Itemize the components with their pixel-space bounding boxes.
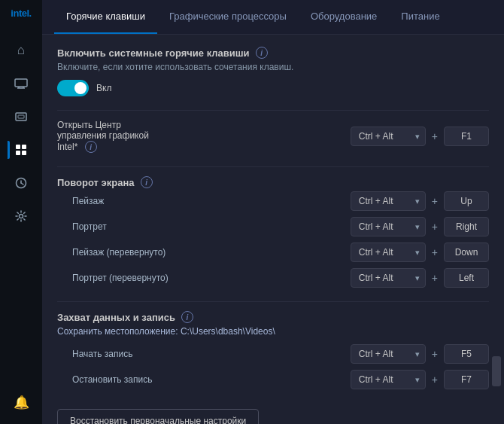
svg-rect-5 (18, 115, 24, 118)
sidebar-item-monitor[interactable] (8, 70, 35, 97)
toggle-label: Вкл (96, 83, 111, 93)
capture-start-row: Начать запись Ctrl + Alt + F5 (57, 344, 489, 364)
divider-1 (57, 110, 489, 111)
open-center-label: Открыть Центр управления графикой Intel*… (57, 120, 162, 153)
capture-stop-label: Остановить запись (72, 374, 193, 385)
capture-save-path: Сохранить местоположение: C:\Users\dbash… (57, 326, 489, 337)
capture-start-key: F5 (444, 344, 489, 364)
hotkeys-info-icon[interactable]: i (256, 47, 268, 59)
rotation-landscape-controls: Ctrl + Alt + Up (351, 191, 489, 211)
rotation-header: Поворот экрана i (57, 176, 489, 188)
save-path-value: C:\Users\dbash\Videos\ (181, 326, 275, 337)
capture-header: Захват данных и запись i (57, 311, 489, 323)
sidebar-item-apps[interactable] (8, 136, 35, 163)
rotation-title: Поворот экрана (57, 177, 135, 188)
svg-rect-0 (15, 79, 27, 87)
content-area: Включить системные горячие клавиши i Вкл… (42, 35, 504, 424)
rotation-portrait-flip-controls: Ctrl + Alt + Left (351, 268, 489, 288)
tab-power[interactable]: Питание (389, 0, 451, 34)
scroll-handle[interactable] (492, 356, 501, 386)
open-center-row: Открыть Центр управления графикой Intel*… (57, 120, 489, 153)
system-hotkeys-title: Включить системные горячие клавиши (57, 47, 250, 59)
toggle-row: Вкл (57, 80, 489, 96)
rotation-info-icon[interactable]: i (141, 176, 153, 188)
rotation-portrait-flip-label: Портрет (перевернуто) (72, 273, 193, 283)
capture-stop-modifier-select[interactable]: Ctrl + Alt (351, 370, 426, 389)
rotation-item-landscape-flip: Пейзаж (перевернуто) Ctrl + Alt + Down (57, 243, 489, 262)
capture-stop-row: Остановить запись Ctrl + Alt + F7 (57, 370, 489, 389)
svg-point-13 (20, 215, 23, 218)
rotation-landscape-flip-key: Down (444, 243, 489, 262)
capture-start-modifier-select[interactable]: Ctrl + Alt (351, 344, 426, 364)
capture-start-label: Начать запись (72, 349, 193, 359)
capture-start-modifier-wrapper: Ctrl + Alt (351, 344, 426, 364)
open-center-section: Открыть Центр управления графикой Intel*… (57, 120, 489, 153)
capture-stop-key: F7 (444, 370, 489, 389)
open-center-modifier-select[interactable]: Ctrl + Alt (351, 127, 426, 146)
svg-rect-9 (22, 151, 26, 155)
tab-bar: Горячие клавиши Графические процессоры О… (42, 0, 504, 35)
rotation-landscape-key: Up (444, 191, 489, 211)
rotation-portrait-controls: Ctrl + Alt + Right (351, 217, 489, 236)
system-hotkeys-header: Включить системные горячие клавиши i (57, 47, 489, 59)
sidebar-item-display[interactable] (8, 103, 35, 130)
open-center-modifier-wrapper: Ctrl + Alt (351, 127, 426, 146)
open-center-controls: Ctrl + Alt + F1 (351, 127, 489, 146)
rotation-portrait-modifier-select[interactable]: Ctrl + Alt (351, 217, 426, 236)
rotation-section: Поворот экрана i Пейзаж Ctrl + Alt + Up (57, 176, 489, 288)
main-panel: Горячие клавиши Графические процессоры О… (42, 0, 504, 424)
capture-section: Захват данных и запись i Сохранить место… (57, 311, 489, 389)
intel-logo: intel. (11, 8, 31, 19)
rotation-item-portrait-flip: Портрет (перевернуто) Ctrl + Alt + Left (57, 268, 489, 288)
plus-icon-3: + (432, 221, 438, 233)
sidebar-item-home[interactable]: ⌂ (8, 37, 35, 64)
sidebar: intel. ⌂ 🔔 (0, 0, 42, 424)
plus-icon-1: + (432, 130, 438, 142)
bell-icon[interactable]: 🔔 (8, 389, 35, 416)
rotation-portrait-flip-key: Left (444, 268, 489, 288)
rotation-portrait-flip-modifier-select[interactable]: Ctrl + Alt (351, 268, 426, 288)
svg-line-12 (21, 183, 23, 185)
capture-start-controls: Ctrl + Alt + F5 (351, 344, 489, 364)
tab-gpu[interactable]: Графические процессоры (157, 0, 299, 34)
rotation-item-landscape: Пейзаж Ctrl + Alt + Up (57, 191, 489, 211)
open-center-key: F1 (444, 127, 489, 146)
capture-stop-modifier-wrapper: Ctrl + Alt (351, 370, 426, 389)
sidebar-item-settings[interactable] (8, 203, 35, 230)
sidebar-bottom: 🔔 (8, 389, 35, 416)
rotation-landscape-flip-controls: Ctrl + Alt + Down (351, 243, 489, 262)
svg-rect-6 (16, 145, 20, 149)
open-center-info-icon[interactable]: i (85, 141, 97, 153)
rotation-portrait-label: Портрет (72, 221, 193, 232)
tab-hotkeys[interactable]: Горячие клавиши (54, 0, 157, 34)
rotation-portrait-key: Right (444, 217, 489, 236)
rotation-portrait-flip-modifier-wrapper: Ctrl + Alt (351, 268, 426, 288)
divider-3 (57, 301, 489, 302)
capture-title: Захват данных и запись (57, 312, 175, 323)
svg-rect-8 (16, 151, 20, 155)
capture-stop-controls: Ctrl + Alt + F7 (351, 370, 489, 389)
rotation-landscape-label: Пейзаж (72, 196, 193, 206)
hotkeys-subtitle: Включите, если хотите использовать сочет… (57, 62, 489, 72)
reset-button[interactable]: Восстановить первоначальные настройки (57, 409, 259, 424)
rotation-landscape-flip-label: Пейзаж (перевернуто) (72, 247, 193, 258)
system-hotkeys-section: Включить системные горячие клавиши i Вкл… (57, 47, 489, 96)
rotation-portrait-modifier-wrapper: Ctrl + Alt (351, 217, 426, 236)
plus-icon-7: + (432, 374, 438, 386)
svg-rect-7 (22, 145, 26, 149)
rotation-landscape-flip-modifier-select[interactable]: Ctrl + Alt (351, 243, 426, 262)
plus-icon-4: + (432, 246, 438, 258)
sidebar-item-clock[interactable] (8, 169, 35, 197)
tab-hardware[interactable]: Оборудование (299, 0, 389, 34)
divider-2 (57, 166, 489, 167)
plus-icon-6: + (432, 348, 438, 360)
rotation-landscape-modifier-wrapper: Ctrl + Alt (351, 191, 426, 211)
rotation-landscape-flip-modifier-wrapper: Ctrl + Alt (351, 243, 426, 262)
rotation-item-portrait: Портрет Ctrl + Alt + Right (57, 217, 489, 236)
plus-icon-5: + (432, 272, 438, 284)
rotation-landscape-modifier-select[interactable]: Ctrl + Alt (351, 191, 426, 211)
svg-rect-4 (16, 113, 26, 120)
capture-info-icon[interactable]: i (181, 311, 193, 323)
system-hotkeys-toggle[interactable] (57, 80, 89, 96)
plus-icon-2: + (432, 195, 438, 207)
